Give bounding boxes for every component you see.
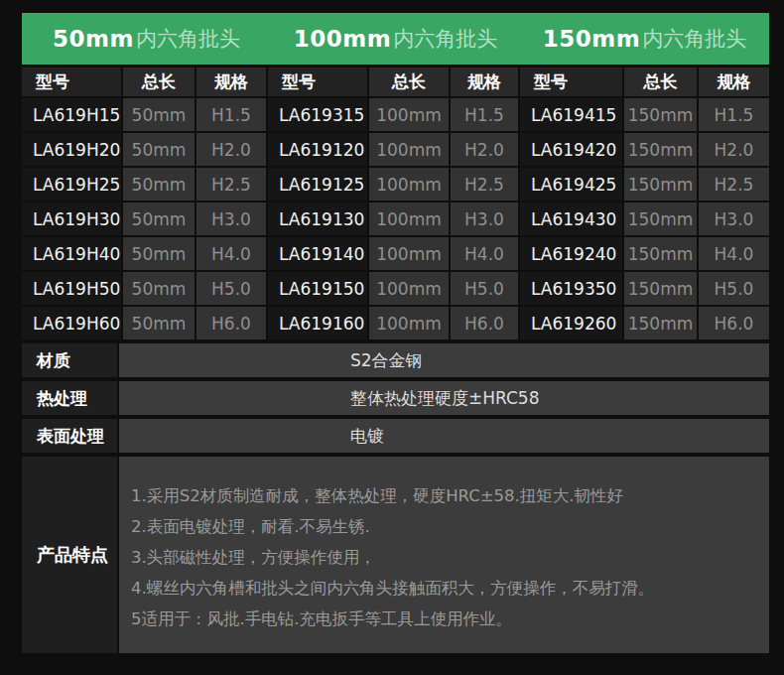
features-body: 1.采用S2材质制造耐成，整体热处理，硬度HRC±58.扭矩大.韧性好 2.表面…	[119, 457, 769, 653]
spec-row-material: 材质 S2合金钢	[22, 343, 769, 377]
spec-label: 表面处理	[22, 419, 117, 453]
col-header-spec: 规格	[196, 68, 266, 96]
spec-value: S2合金钢	[119, 343, 769, 377]
length-cell: 100mm	[369, 133, 449, 166]
product-type-label: 内六角批头	[136, 25, 240, 53]
spec-cell: H3.0	[196, 202, 266, 235]
spec-cell: H1.5	[196, 98, 266, 131]
model-cell: LA619120	[268, 133, 367, 166]
spec-cell: H4.0	[699, 237, 769, 270]
col-header-spec: 规格	[451, 68, 518, 96]
spec-tables-grid: 型号总长规格型号总长规格型号总长规格LA619H1550mmH1.5LA6193…	[22, 68, 769, 339]
model-cell: LA619260	[520, 307, 622, 339]
spec-cell: H2.5	[699, 168, 769, 201]
model-cell: LA619H30	[22, 202, 121, 235]
model-cell: LA619415	[520, 98, 622, 131]
spec-cell: H3.0	[699, 202, 769, 235]
length-cell: 150mm	[624, 237, 697, 270]
product-spec-sheet: 50mm 内六角批头 100mm 内六角批头 150mm 内六角批头 型号总长规…	[0, 0, 784, 675]
length-cell: 50mm	[123, 202, 195, 235]
model-cell: LA619140	[268, 237, 367, 270]
col-header-length: 总长	[624, 68, 697, 96]
model-cell: LA619H50	[22, 272, 121, 305]
length-cell: 50mm	[123, 307, 195, 339]
length-cell: 100mm	[369, 168, 449, 201]
model-cell: LA619160	[268, 307, 367, 339]
model-cell: LA619H60	[22, 307, 121, 339]
size-header-100mm: 100mm 内六角批头	[271, 13, 520, 65]
spec-row-surface-treatment: 表面处理 电镀	[22, 419, 769, 453]
length-cell: 50mm	[123, 98, 195, 131]
spec-label: 热处理	[22, 381, 117, 415]
spec-value: 电镀	[119, 419, 769, 453]
col-header-model: 型号	[520, 68, 622, 96]
product-type-label: 内六角批头	[642, 25, 746, 53]
length-cell: 150mm	[624, 168, 697, 201]
col-header-model: 型号	[22, 68, 121, 96]
col-header-model: 型号	[268, 68, 367, 96]
length-cell: 50mm	[123, 168, 195, 201]
col-header-length: 总长	[123, 68, 195, 96]
length-cell: 150mm	[624, 307, 697, 339]
feature-line: 1.采用S2材质制造耐成，整体热处理，硬度HRC±58.扭矩大.韧性好	[131, 480, 761, 511]
length-cell: 150mm	[624, 98, 697, 131]
model-cell: LA619420	[520, 133, 622, 166]
length-cell: 50mm	[123, 133, 195, 166]
feature-line: 5适用于：风批.手电钻.充电扳手等工具上使用作业。	[131, 604, 761, 634]
spec-cell: H1.5	[451, 98, 518, 131]
model-cell: LA619425	[520, 168, 622, 201]
length-cell: 100mm	[369, 98, 449, 131]
size-value: 100mm	[294, 26, 391, 52]
spec-cell: H6.0	[196, 307, 266, 339]
spec-cell: H5.0	[196, 272, 266, 305]
spec-cell: H6.0	[451, 307, 518, 339]
model-cell: LA619130	[268, 202, 367, 235]
model-cell: LA619H25	[22, 168, 121, 201]
length-cell: 50mm	[123, 237, 195, 270]
length-cell: 100mm	[369, 237, 449, 270]
spec-value: 整体热处理硬度±HRC58	[119, 381, 769, 415]
model-cell: LA619125	[268, 168, 367, 201]
size-header-50mm: 50mm 内六角批头	[22, 13, 271, 65]
spec-cell: H2.0	[699, 133, 769, 166]
spec-cell: H5.0	[699, 272, 769, 305]
length-cell: 150mm	[624, 202, 697, 235]
size-value: 50mm	[53, 26, 134, 52]
length-cell: 100mm	[369, 202, 449, 235]
length-cell: 150mm	[624, 133, 697, 166]
feature-line: 4.螺丝内六角槽和批头之间内六角头接触面积大，方便操作，不易打滑。	[131, 573, 761, 604]
spec-row-heat-treatment: 热处理 整体热处理硬度±HRC58	[22, 381, 769, 415]
col-header-spec: 规格	[699, 68, 769, 96]
size-header-band: 50mm 内六角批头 100mm 内六角批头 150mm 内六角批头	[22, 13, 769, 65]
length-cell: 50mm	[123, 272, 195, 305]
spec-cell: H3.0	[451, 202, 518, 235]
model-cell: LA619H20	[22, 133, 121, 166]
spec-cell: H5.0	[451, 272, 518, 305]
spec-label: 材质	[22, 343, 117, 377]
length-cell: 100mm	[369, 307, 449, 339]
product-type-label: 内六角批头	[393, 25, 497, 53]
spec-cell: H2.5	[451, 168, 518, 201]
length-cell: 150mm	[624, 272, 697, 305]
model-cell: LA619H40	[22, 237, 121, 270]
spec-cell: H2.0	[196, 133, 266, 166]
feature-line: 3.头部磁性处理，方便操作使用，	[131, 542, 761, 573]
model-cell: LA619150	[268, 272, 367, 305]
model-cell: LA619H15	[22, 98, 121, 131]
size-value: 150mm	[543, 26, 640, 52]
model-cell: LA619430	[520, 202, 622, 235]
spec-cell: H1.5	[699, 98, 769, 131]
col-header-length: 总长	[369, 68, 449, 96]
model-cell: LA619315	[268, 98, 367, 131]
product-features-block: 产品特点 1.采用S2材质制造耐成，整体热处理，硬度HRC±58.扭矩大.韧性好…	[22, 457, 769, 653]
size-header-150mm: 150mm 内六角批头	[520, 13, 769, 65]
spec-cell: H4.0	[451, 237, 518, 270]
spec-cell: H4.0	[196, 237, 266, 270]
model-cell: LA619240	[520, 237, 622, 270]
spec-cell: H6.0	[699, 307, 769, 339]
length-cell: 100mm	[369, 272, 449, 305]
spec-cell: H2.5	[196, 168, 266, 201]
features-label: 产品特点	[22, 457, 117, 653]
spec-cell: H2.0	[451, 133, 518, 166]
model-cell: LA619350	[520, 272, 622, 305]
